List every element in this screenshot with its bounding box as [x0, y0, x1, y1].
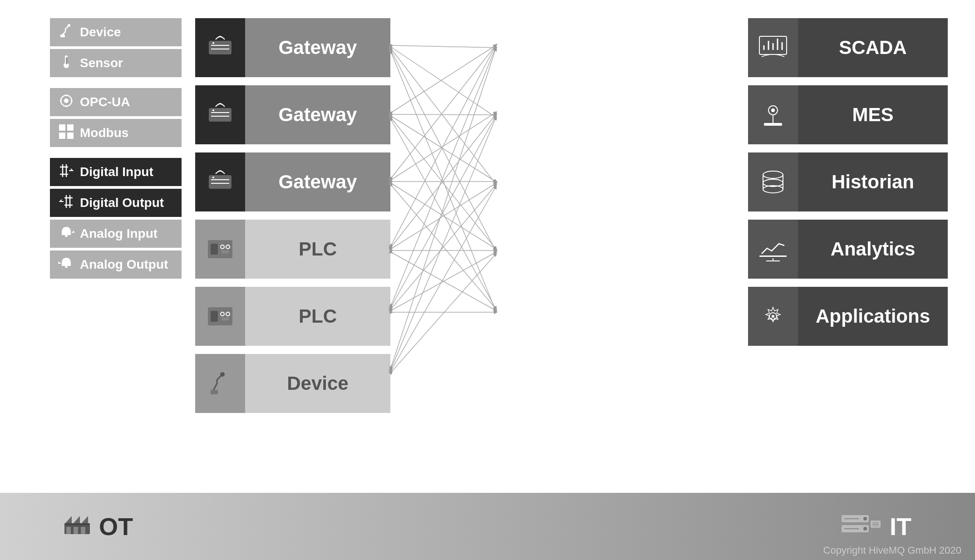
plc-2-icon-box — [195, 287, 245, 346]
digital-output-label: Digital Output — [80, 196, 164, 210]
svg-line-94 — [391, 252, 496, 310]
svg-point-6 — [64, 98, 69, 103]
target-analytics: Analytics — [748, 220, 948, 279]
svg-marker-104 — [64, 516, 72, 524]
mid-gateway-2: Gateway — [195, 85, 390, 144]
svg-rect-48 — [211, 390, 218, 394]
svg-rect-14 — [67, 133, 74, 139]
ot-section: OT — [64, 511, 133, 541]
svg-marker-105 — [73, 516, 80, 524]
digital-input-label: Digital Input — [80, 165, 153, 179]
target-scada: SCADA — [748, 18, 948, 77]
svg-line-82 — [391, 113, 496, 180]
svg-line-72 — [391, 47, 496, 117]
factory-icon — [64, 511, 91, 541]
svg-rect-13 — [59, 133, 65, 139]
mes-label: MES — [798, 85, 948, 144]
svg-line-87 — [391, 114, 496, 247]
svg-line-74 — [391, 51, 496, 251]
svg-point-8 — [65, 105, 67, 107]
target-historian: Historian — [748, 152, 948, 211]
gateway-3-icon-box — [195, 152, 245, 211]
sensor-label: Sensor — [80, 56, 123, 70]
svg-point-7 — [65, 94, 67, 96]
svg-rect-41 — [222, 251, 229, 253]
hash-arrow-right-icon — [58, 162, 74, 182]
device-label-mid: Device — [245, 354, 390, 413]
hash-arrow-left-icon — [58, 193, 74, 213]
right-column: SCADA MES — [748, 18, 948, 346]
it-section: IT — [841, 511, 911, 541]
gateway-1-label: Gateway — [245, 18, 390, 77]
device-icon-box — [195, 354, 245, 413]
source-sensor: Sensor — [50, 49, 182, 77]
svg-rect-29 — [209, 108, 231, 122]
svg-point-110 — [863, 517, 867, 521]
svg-line-88 — [391, 183, 496, 249]
plc-2-label: PLC — [245, 287, 390, 346]
device-label: Device — [80, 25, 121, 39]
source-digital-input: Digital Input — [50, 158, 182, 186]
gear-dots-icon — [58, 93, 74, 112]
analytics-icon-box — [748, 220, 798, 279]
bell-arrow-right-icon — [58, 224, 74, 244]
server-icon — [841, 511, 881, 541]
analog-output-label: Analog Output — [80, 257, 168, 272]
left-column: Device Sensor — [50, 18, 182, 290]
svg-line-96 — [391, 49, 496, 367]
svg-line-97 — [391, 118, 496, 368]
svg-point-28 — [212, 42, 214, 44]
grid-box-icon — [58, 123, 74, 143]
applications-label: Applications — [798, 287, 948, 346]
svg-point-59 — [763, 171, 783, 178]
bell-arrow-left-icon — [58, 255, 74, 275]
svg-line-85 — [391, 185, 496, 309]
svg-rect-38 — [211, 244, 218, 255]
target-mes: MES — [748, 85, 948, 144]
mid-plc-1: PLC — [195, 220, 390, 279]
svg-marker-106 — [81, 516, 88, 524]
source-analog-output: Analog Output — [50, 251, 182, 279]
svg-point-56 — [771, 108, 775, 112]
gateway-3-label: Gateway — [245, 152, 390, 211]
source-digital-output: Digital Output — [50, 189, 182, 217]
svg-rect-12 — [67, 124, 74, 131]
source-modbus: Modbus — [50, 119, 182, 147]
svg-line-78 — [391, 116, 496, 182]
svg-rect-24 — [65, 266, 68, 268]
analog-input-label: Analog Input — [80, 226, 158, 241]
svg-line-79 — [391, 118, 496, 249]
svg-rect-107 — [64, 523, 90, 525]
svg-line-90 — [391, 252, 496, 310]
svg-line-73 — [391, 49, 496, 184]
mid-device: Device — [195, 354, 390, 413]
ot-label-text: OT — [99, 512, 133, 540]
applications-icon-box — [748, 287, 798, 346]
svg-point-111 — [863, 527, 867, 531]
svg-point-32 — [212, 109, 214, 111]
svg-line-92 — [391, 116, 496, 307]
svg-rect-43 — [211, 311, 218, 322]
svg-line-93 — [391, 185, 496, 309]
svg-line-84 — [391, 183, 496, 249]
mid-plc-2: PLC — [195, 287, 390, 346]
plc-1-icon-box — [195, 220, 245, 279]
svg-line-81 — [391, 45, 496, 178]
svg-rect-33 — [209, 175, 231, 189]
source-group-1: Device Sensor — [50, 18, 182, 80]
svg-rect-46 — [222, 318, 229, 320]
gateway-2-label: Gateway — [245, 85, 390, 144]
svg-rect-4 — [66, 57, 68, 64]
source-group-2: OPC-UA Modbus — [50, 88, 182, 150]
mid-gateway-3: Gateway — [195, 152, 390, 211]
it-label-text: IT — [890, 512, 911, 540]
svg-rect-23 — [65, 235, 68, 237]
mid-gateway-1: Gateway — [195, 18, 390, 77]
svg-point-9 — [60, 100, 62, 102]
modbus-label: Modbus — [80, 126, 128, 140]
middle-column: Gateway Gateway — [195, 18, 390, 413]
mes-icon-box — [748, 85, 798, 144]
diagram-container: Device Sensor — [0, 0, 975, 513]
svg-line-99 — [391, 254, 496, 372]
svg-rect-1 — [60, 34, 65, 37]
